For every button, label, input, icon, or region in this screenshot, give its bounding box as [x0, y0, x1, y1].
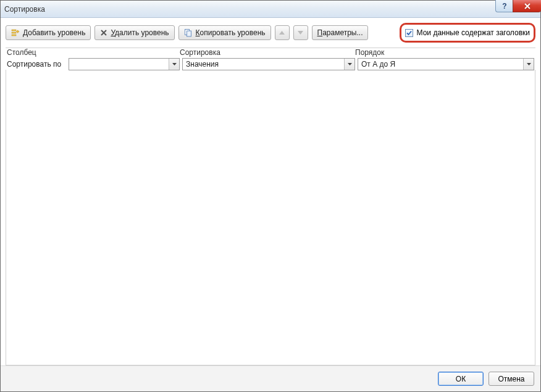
order-combo-value: От А до Я	[358, 60, 523, 69]
headers-checkbox-label: Мои данные содержат заголовки	[417, 28, 530, 37]
close-button[interactable]	[513, 0, 541, 12]
sorton-combo-value: Значения	[183, 60, 344, 69]
column-header-column: Столбец	[7, 48, 180, 57]
chevron-down-icon	[348, 63, 352, 65]
help-button[interactable]: ?	[495, 0, 513, 12]
row-label: Сортировать по	[7, 60, 66, 69]
move-up-button[interactable]	[275, 25, 290, 40]
column-combo[interactable]	[69, 58, 180, 70]
order-combo[interactable]: От А до Я	[358, 58, 534, 70]
copy-level-button[interactable]: Копировать уровень	[178, 25, 271, 40]
chevron-down-icon	[527, 63, 531, 65]
delete-level-button[interactable]: Удалить уровень	[94, 25, 174, 40]
delete-icon	[100, 29, 107, 36]
dropdown-arrow	[169, 59, 179, 70]
svg-rect-1	[12, 30, 16, 31]
column-header-order: Порядок	[355, 48, 534, 57]
ok-button[interactable]: ОК	[438, 372, 484, 386]
svg-rect-3	[12, 35, 16, 36]
options-button[interactable]: Параметры...	[312, 25, 369, 40]
cancel-button[interactable]: Отмена	[489, 372, 534, 386]
dropdown-arrow	[523, 59, 534, 70]
triangle-up-icon	[279, 31, 285, 35]
svg-rect-5	[187, 31, 191, 36]
sorton-combo[interactable]: Значения	[182, 58, 355, 70]
dialog-body: Добавить уровень Удалить уровень Копиров…	[1, 18, 540, 365]
headers-checkbox[interactable]	[405, 29, 413, 37]
move-down-button[interactable]	[293, 25, 308, 40]
triangle-down-icon	[298, 31, 303, 35]
svg-text:?: ?	[502, 3, 506, 9]
headers-highlight: Мои данные содержат заголовки	[400, 23, 535, 43]
column-header-sorton: Сортировка	[180, 48, 355, 57]
levels-list-area	[6, 70, 535, 365]
dialog-title: Сортировка	[4, 5, 537, 14]
grid-header: Столбец Сортировка Порядок	[6, 48, 535, 57]
sort-level-row: Сортировать по Значения От А до Я	[6, 57, 535, 70]
sort-grid: Столбец Сортировка Порядок Сортировать п…	[6, 48, 535, 70]
copy-icon	[184, 28, 193, 37]
chevron-down-icon	[172, 63, 177, 65]
close-icon	[524, 3, 531, 9]
add-level-button[interactable]: Добавить уровень	[6, 25, 91, 40]
dropdown-arrow	[344, 59, 354, 70]
help-icon: ?	[501, 3, 508, 9]
check-icon	[406, 30, 413, 36]
toolbar: Добавить уровень Удалить уровень Копиров…	[6, 23, 535, 43]
add-level-icon	[11, 28, 20, 37]
window-buttons: ?	[495, 0, 541, 12]
dialog-footer: ОК Отмена	[1, 365, 540, 391]
titlebar: Сортировка ?	[1, 1, 540, 18]
svg-rect-2	[12, 32, 16, 33]
sort-dialog: Сортировка ? Добавить уровень	[0, 0, 541, 392]
